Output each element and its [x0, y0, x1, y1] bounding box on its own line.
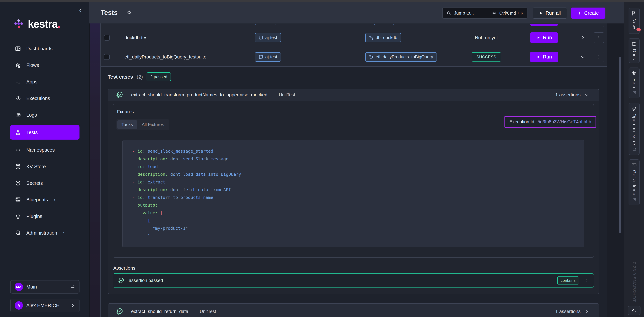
- assertion-text: assertion passed: [129, 278, 163, 283]
- namespace-chip[interactable]: aj-test: [255, 52, 281, 62]
- tab-tasks[interactable]: Tasks: [118, 120, 137, 129]
- page-background-accent: [90, 23, 100, 317]
- run-button[interactable]: Run: [530, 32, 558, 43]
- chevron-right-icon[interactable]: [578, 35, 587, 40]
- flow-chip[interactable]: dbt-duckdb: [365, 33, 401, 42]
- clipped-row-fragment: [255, 24, 276, 25]
- test-cases-header: Test cases (2) 2 passed: [108, 72, 600, 81]
- external-link-icon: [632, 147, 636, 152]
- rail-button-docs[interactable]: Docs: [628, 38, 640, 63]
- user-menu[interactable]: A Alex EMERICH: [10, 299, 80, 312]
- swap-icon: [70, 284, 75, 289]
- clipped-row-fragment: [594, 24, 604, 27]
- sidebar-item-label: KV Store: [26, 164, 46, 169]
- sidebar-item-logs[interactable]: Logs: [10, 110, 80, 120]
- run-all-button[interactable]: Run all: [533, 7, 567, 18]
- flow-chip[interactable]: etl_dailyProducts_toBigQuery: [365, 52, 437, 62]
- assertion-row[interactable]: assertion passed contains: [113, 274, 594, 288]
- code-line: - id: extract: [132, 178, 584, 186]
- chevron-right-icon: [580, 35, 585, 40]
- run-button[interactable]: Run: [530, 52, 558, 62]
- test-case-header[interactable]: extract_should_return_data UnitTest 1 as…: [108, 304, 599, 317]
- sidebar-item-tests[interactable]: Tests: [10, 125, 80, 140]
- test-case-header[interactable]: extract_should_transform_productNames_to…: [108, 89, 599, 101]
- external-link-icon: [632, 91, 636, 95]
- rail-button-label: Open an Issue: [632, 113, 637, 145]
- rail-button-open-an-issue[interactable]: Open an Issue: [628, 103, 640, 155]
- namespace-chip[interactable]: aj-test: [255, 33, 281, 42]
- user-avatar: A: [14, 301, 23, 310]
- shortcut-label: Ctrl/Cmd + K: [499, 11, 524, 15]
- code-block[interactable]: - id: send_slack_message_started descrip…: [122, 140, 584, 247]
- rail-button-news[interactable]: News: [628, 8, 640, 34]
- test-cases-count: (2): [137, 74, 143, 80]
- content-edge-shadow: [89, 23, 90, 317]
- sidebar-item-label: Apps: [26, 79, 38, 85]
- status-cell: SUCCESS: [461, 52, 512, 61]
- subflow-icon: [369, 55, 374, 59]
- chevron-down-icon[interactable]: [578, 54, 587, 59]
- version-label: 0.23.0-SNAPSHOT: [632, 262, 637, 302]
- assertions-label: Assertions: [113, 265, 594, 271]
- sidebar-item-secrets[interactable]: Secrets: [10, 178, 80, 189]
- rail-button-get-a-demo[interactable]: Get a demo: [628, 159, 640, 205]
- row-menu-button[interactable]: [594, 32, 604, 43]
- sidebar-item-label: Plugins: [26, 214, 42, 219]
- execution-id-link[interactable]: 5o3fn8u3WHisGeT4bItbLb: [538, 119, 591, 124]
- rail-button-help[interactable]: Help: [628, 67, 640, 98]
- grid-dashed-icon: [258, 55, 263, 59]
- play-icon: [539, 11, 543, 15]
- sidebar-item-flows[interactable]: Flows: [10, 60, 80, 70]
- fixtures-section: Fixtures Execution Id: 5o3fn8u3WHisGeT4b…: [113, 104, 594, 258]
- sidebar-item-plugins[interactable]: Plugins: [10, 211, 80, 222]
- book-icon: [632, 41, 637, 46]
- sidebar-item-namespaces[interactable]: Namespaces: [10, 145, 80, 155]
- sidebar-item-kv-store[interactable]: KV Store: [10, 161, 80, 172]
- chevron-down-icon[interactable]: [584, 92, 589, 97]
- chevron-right-icon: ›: [63, 230, 65, 236]
- status-cell: Not run yet: [461, 35, 512, 40]
- vertical-scrollbar[interactable]: [619, 57, 621, 233]
- sidebar-item-executions[interactable]: Executions: [10, 93, 80, 104]
- github-icon: [632, 106, 637, 111]
- test-case-name: extract_should_return_data: [131, 309, 188, 314]
- chevron-right-icon[interactable]: [584, 309, 589, 314]
- tenant-switcher[interactable]: MA Main: [10, 280, 80, 294]
- test-case-name: extract_should_transform_productNames_to…: [131, 92, 267, 97]
- tab-all-fixtures[interactable]: All Fixtures: [138, 120, 168, 129]
- sidebar-item-label: Blueprints: [26, 197, 48, 203]
- rail-button-label: Help: [632, 78, 637, 88]
- tests-table: duckdb-testaj-testdbt-duckdbNot run yetR…: [100, 23, 607, 317]
- jump-to-search[interactable]: Jump to... Ctrl/Cmd + K: [442, 7, 528, 18]
- code-line: description: dont fetch data from API: [132, 186, 584, 194]
- test-cases-title: Test cases: [108, 74, 133, 80]
- tenant-avatar: MA: [14, 283, 23, 291]
- sidebar-item-blueprints[interactable]: Blueprints›: [10, 194, 80, 205]
- row-checkbox[interactable]: [104, 54, 110, 60]
- slack-icon: [632, 70, 637, 76]
- assertions-count: 1 assertions: [555, 92, 580, 97]
- flows-icon: [15, 62, 21, 68]
- clipped-row: [100, 23, 607, 28]
- code-line: description: dont send Slack message: [132, 155, 584, 163]
- clipped-row-fragment: [530, 24, 558, 26]
- assertion-operator-chip[interactable]: contains: [557, 277, 579, 285]
- assertions-count: 1 assertions: [555, 309, 580, 314]
- sidebar-item-dashboards[interactable]: Dashboards: [10, 43, 80, 54]
- row-checkbox[interactable]: [104, 35, 110, 40]
- sidebar-item-label: Executions: [26, 96, 50, 101]
- test-name[interactable]: etl_dailyProducts_toBigQuery_testsuite: [124, 54, 206, 60]
- sidebar-item-administration[interactable]: Administration›: [10, 228, 80, 238]
- test-name[interactable]: duckdb-test: [124, 35, 149, 40]
- chevron-right-icon[interactable]: [584, 278, 589, 283]
- tests-icon: [15, 129, 21, 135]
- window-top-strip: [0, 0, 644, 2]
- create-button[interactable]: Create: [571, 7, 606, 18]
- row-menu-button[interactable]: [594, 52, 604, 62]
- star-icon[interactable]: [126, 9, 132, 15]
- flag-icon: [632, 11, 637, 16]
- theme-toggle-button[interactable]: [628, 306, 640, 315]
- sidebar-item-apps[interactable]: Apps: [10, 76, 80, 87]
- sidebar-item-label: Dashboards: [26, 46, 52, 51]
- sidebar-collapse-icon[interactable]: ‹: [79, 6, 82, 13]
